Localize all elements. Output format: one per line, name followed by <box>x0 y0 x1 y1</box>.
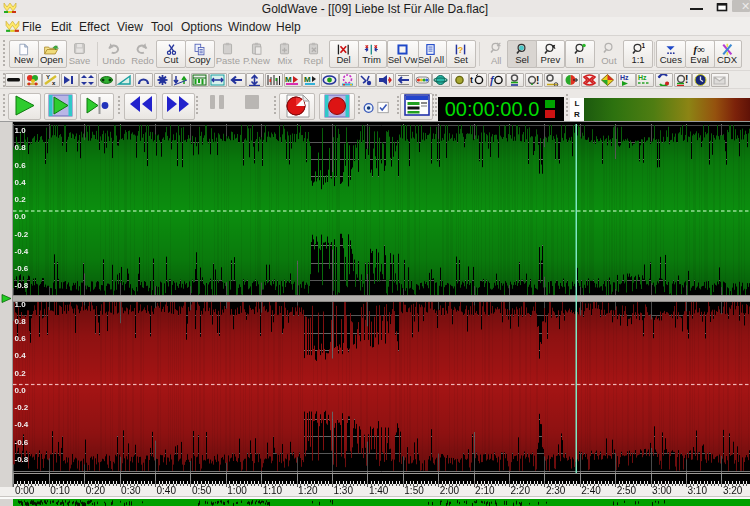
svg-text:x: x <box>52 80 56 86</box>
svg-text:1: 1 <box>641 43 645 49</box>
svg-text:!: ! <box>536 75 539 86</box>
svg-text:Hz: Hz <box>620 74 629 81</box>
svg-text:M: M <box>285 75 292 84</box>
svg-text:!: ! <box>685 74 688 85</box>
svg-text:ƒ: ƒ <box>489 75 495 86</box>
svg-text:t: t <box>470 75 473 85</box>
svg-text:Hz: Hz <box>638 74 647 81</box>
svg-text:Y: Y <box>46 74 50 80</box>
svg-text:M: M <box>304 75 311 84</box>
